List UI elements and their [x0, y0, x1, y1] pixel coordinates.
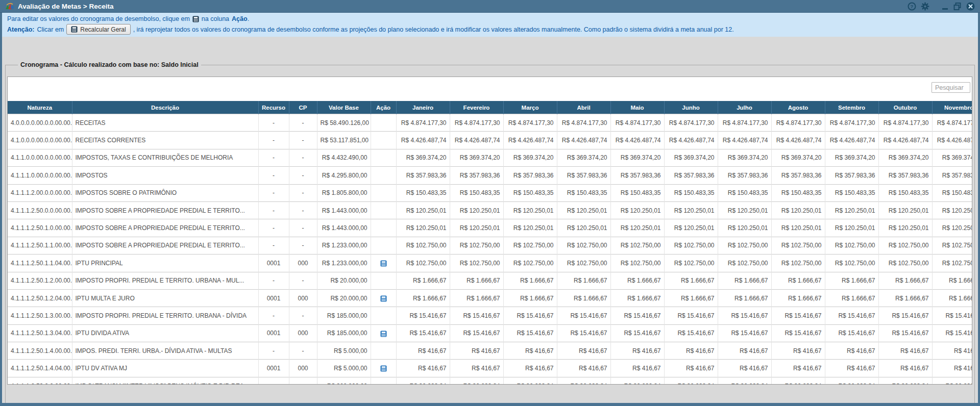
- calculator-icon: [192, 16, 199, 22]
- cell-month-value: R$ 4.426.487,74: [771, 132, 825, 149]
- cell-month-value: R$ 102.750,00: [503, 255, 557, 272]
- column-header-month: Março: [503, 101, 557, 114]
- cell-cp: -: [289, 272, 317, 289]
- table-row: 4.1.1.0.0.00.0.0.00.00.00IMPOSTOS, TAXAS…: [8, 149, 972, 166]
- cell-month-value: R$ 4.426.487,74: [396, 132, 450, 149]
- cell-month-value: R$ 15.416,67: [557, 307, 610, 324]
- cell-recurso: -: [258, 342, 289, 360]
- cell-descricao: IPTU PRINCIPAL: [72, 255, 258, 272]
- cell-month-value: R$ 357.983,36: [718, 167, 771, 184]
- calculator-icon[interactable]: [380, 260, 387, 267]
- cell-acao: [371, 255, 396, 272]
- cell-month-value: R$ 4.426.487,74: [932, 132, 972, 149]
- settings-gear-icon[interactable]: [921, 2, 929, 11]
- cell-acao: [371, 237, 396, 254]
- recalcular-geral-button-inline[interactable]: Recalcular Geral: [66, 24, 130, 35]
- cell-cp: -: [289, 201, 317, 219]
- cell-month-value: R$ 1.666,67: [825, 289, 878, 307]
- cell-valor-base: R$ 4.295.800,00: [317, 167, 371, 184]
- cell-month-value: R$ 1.666,67: [610, 289, 664, 307]
- cell-month-value: R$ 15.416,67: [503, 307, 557, 324]
- cell-month-value: R$ 416,67: [450, 360, 503, 377]
- cell-month-value: R$ 120.250,01: [825, 219, 878, 237]
- cell-month-value: R$ 15.416,67: [718, 307, 771, 324]
- cell-recurso: -: [258, 167, 289, 184]
- cell-cp: 000: [289, 324, 317, 342]
- cell-month-value: R$ 120.250,01: [718, 219, 771, 237]
- column-header: Natureza: [8, 101, 72, 114]
- help-icon[interactable]: ?: [908, 2, 916, 11]
- cell-acao: [371, 272, 396, 289]
- table-row: 4.1.1.1.2.50.1.1.00.00.00IMPOSTO SOBRE A…: [8, 237, 972, 254]
- minimize-icon[interactable]: [942, 2, 949, 11]
- cell-month-value: R$ 15.416,67: [825, 307, 878, 324]
- cell-month-value: R$ 1.666,67: [718, 272, 771, 289]
- cell-cp: -: [289, 114, 317, 132]
- cell-acao: [371, 149, 396, 166]
- cell-month-value: R$ 4.874.177,30: [932, 114, 972, 132]
- cell-descricao: IMPOSTO PROPRI. PREDIAL E TERRITO. URBAN…: [72, 307, 258, 324]
- column-header: CP: [289, 101, 317, 114]
- cell-descricao: IMPOS. PREDI. TERRI. URBA.- DÍVIDA ATIVA…: [72, 342, 258, 360]
- cell-month-value: R$ 102.750,00: [932, 237, 972, 254]
- cell-natureza: 4.1.1.1.2.50.0.0.00.00.00: [8, 201, 72, 219]
- cell-recurso: -: [258, 201, 289, 219]
- cell-month-value: R$ 357.983,36: [878, 167, 932, 184]
- cell-month-value: R$ 120.250,01: [557, 201, 610, 219]
- cell-acao: [371, 167, 396, 184]
- cell-month-value: R$ 102.750,00: [932, 255, 972, 272]
- cell-month-value: R$ 120.250,01: [825, 201, 878, 219]
- calculator-icon[interactable]: [380, 331, 387, 337]
- cell-valor-base: R$ 4.432.490,00: [317, 149, 371, 166]
- cell-month-value: R$ 4.426.487,74: [664, 132, 718, 149]
- table-row: 4.1.1.1.2.50.1.4.00.00.00IMPOS. PREDI. T…: [8, 342, 972, 360]
- cell-natureza: 4.1.1.1.2.50.1.1.00.00.00: [8, 237, 72, 254]
- search-input[interactable]: [932, 82, 970, 93]
- cell-valor-base: R$ 1.443.000,00: [317, 219, 371, 237]
- table-row: 4.1.1.1.2.50.1.3.00.00.00IMPOSTO PROPRI.…: [8, 307, 972, 324]
- cell-descricao: IMPOSTOS: [72, 167, 258, 184]
- cell-month-value: R$ 120.250,01: [610, 201, 664, 219]
- cell-month-value: R$ 120.250,01: [771, 219, 825, 237]
- cell-month-value: R$ 15.416,67: [503, 324, 557, 342]
- close-icon[interactable]: [966, 2, 975, 11]
- cell-month-value: R$ 4.874.177,30: [718, 114, 771, 132]
- restore-icon[interactable]: [953, 2, 962, 11]
- cell-cp: 000: [289, 289, 317, 307]
- cell-month-value: R$ 4.426.487,74: [450, 132, 503, 149]
- cell-acao: [371, 114, 396, 132]
- cell-month-value: R$ 416,67: [557, 360, 610, 377]
- cell-month-value: R$ 416,67: [825, 360, 878, 377]
- table-row: 4.1.0.0.0.00.0.0.00.00.00RECEITAS CORREN…: [8, 132, 972, 149]
- cell-month-value: R$ 30.233,34: [503, 377, 557, 384]
- cell-month-value: R$ 369.374,20: [610, 149, 664, 166]
- cell-natureza: 4.1.1.1.2.50.1.4.00.00.00: [8, 342, 72, 360]
- cell-natureza: 4.1.1.1.2.50.1.2.00.00.00: [8, 272, 72, 289]
- cell-month-value: R$ 369.374,20: [557, 149, 610, 166]
- cell-month-value: R$ 102.750,00: [610, 255, 664, 272]
- cell-month-value: R$ 4.874.177,30: [878, 114, 932, 132]
- cell-natureza: 4.1.1.1.2.50.1.2.04.00.00: [8, 289, 72, 307]
- cell-month-value: R$ 1.666,67: [610, 272, 664, 289]
- cell-natureza: 4.1.1.0.0.00.0.0.00.00.00: [8, 149, 72, 166]
- cell-month-value: R$ 30.233,34: [825, 377, 878, 384]
- cell-cp: -: [289, 184, 317, 201]
- table-scroll-area[interactable]: NaturezaDescriçãoRecursoCPValor BaseAção…: [8, 101, 972, 384]
- cell-month-value: R$ 30.233,34: [557, 377, 610, 384]
- cell-natureza: 4.0.0.0.0.00.0.0.00.00.00: [8, 114, 72, 132]
- cell-month-value: R$ 120.250,01: [503, 219, 557, 237]
- cell-valor-base: R$ 185.000,00: [317, 324, 371, 342]
- table-row: 4.1.1.1.2.50.1.2.00.00.00IMPOSTO PROPRI.…: [8, 272, 972, 289]
- cell-month-value: R$ 357.983,36: [610, 167, 664, 184]
- calculator-icon[interactable]: [380, 295, 387, 302]
- cell-cp: -: [289, 132, 317, 149]
- cell-month-value: R$ 1.666,67: [771, 272, 825, 289]
- cell-month-value: R$ 1.666,67: [450, 289, 503, 307]
- cell-acao: [371, 219, 396, 237]
- cell-month-value: R$ 102.750,00: [878, 237, 932, 254]
- cell-month-value: R$ 15.416,67: [878, 307, 932, 324]
- cell-month-value: R$ 1.666,67: [557, 289, 610, 307]
- calculator-icon[interactable]: [380, 365, 387, 372]
- info-line1-bold: Ação.: [232, 15, 249, 22]
- cell-month-value: R$ 357.983,36: [771, 167, 825, 184]
